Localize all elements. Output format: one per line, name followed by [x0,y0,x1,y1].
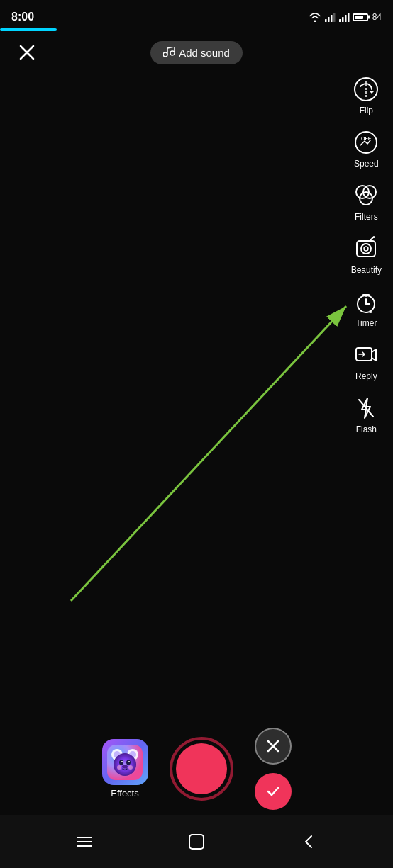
camera-view [0,0,393,815]
status-icons: 84 [309,12,382,22]
svg-text:3: 3 [369,308,372,315]
filters-icon [352,181,380,210]
confirm-icon [265,784,281,799]
signal-icon-1 [324,12,336,22]
music-icon [163,47,175,58]
effects-button[interactable]: Effects [102,739,148,799]
effects-label: Effects [111,788,139,799]
svg-point-19 [361,244,371,254]
timer-label: Timer [355,318,377,328]
flash-tool[interactable]: Flash [348,390,384,439]
beautify-tool[interactable]: Beautify [347,230,386,279]
cancel-icon [266,739,280,753]
svg-point-37 [128,761,130,762]
filters-label: Filters [355,212,378,222]
reply-label: Reply [355,371,377,381]
reply-icon [352,341,380,369]
nav-back-icon[interactable] [297,830,320,853]
record-button-outer [170,737,233,801]
svg-point-34 [119,760,123,765]
close-icon [19,45,35,60]
svg-rect-5 [342,17,344,22]
battery-icon [353,13,368,21]
svg-rect-6 [345,15,347,22]
flash-icon [352,394,380,422]
svg-rect-4 [339,19,341,22]
status-time: 8:00 [11,11,34,23]
nav-home-icon[interactable] [185,830,208,853]
signal-icon-2 [338,12,350,22]
speed-label: Speed [354,159,379,169]
svg-rect-0 [325,19,327,22]
record-button-inner [176,743,227,794]
beautify-label: Beautify [351,265,382,275]
add-sound-label: Add sound [179,47,230,59]
flip-tool[interactable]: Flip [348,71,384,120]
filters-tool[interactable]: Filters [348,177,384,226]
svg-rect-1 [328,17,330,22]
add-sound-button[interactable]: Add sound [150,41,243,64]
svg-rect-7 [348,13,350,22]
svg-rect-3 [333,13,336,22]
record-button[interactable] [170,737,233,801]
svg-point-38 [122,765,128,768]
cancel-button[interactable] [255,728,292,765]
svg-point-35 [126,760,131,765]
svg-rect-46 [189,835,204,849]
svg-rect-2 [331,15,333,22]
svg-point-20 [364,247,368,251]
svg-point-33 [114,753,136,776]
wifi-icon [309,12,321,22]
flash-label: Flash [356,424,377,434]
reply-tool[interactable]: Reply [348,337,384,385]
timer-icon: 3 [352,288,380,316]
svg-point-39 [117,765,121,770]
effects-icon [102,739,148,785]
status-bar: 8:00 84 [0,0,393,28]
right-tools: Flip OFF Speed Filters [347,71,386,439]
speed-tool[interactable]: OFF Speed [348,124,384,173]
nav-menu-icon[interactable] [73,830,96,853]
action-buttons [255,728,292,810]
svg-point-40 [128,765,133,770]
svg-point-21 [373,236,375,238]
svg-point-36 [121,761,123,762]
close-button[interactable] [14,40,40,65]
timer-tool[interactable]: 3 Timer [348,283,384,332]
battery-level: 84 [372,12,382,22]
confirm-button[interactable] [255,773,292,810]
flip-label: Flip [360,106,373,115]
nav-bar [0,815,393,868]
speed-icon: OFF [352,128,380,157]
beautify-icon [352,235,380,263]
flip-icon [352,75,380,103]
bottom-controls: Effects [0,726,393,811]
header: Add sound [0,31,393,74]
